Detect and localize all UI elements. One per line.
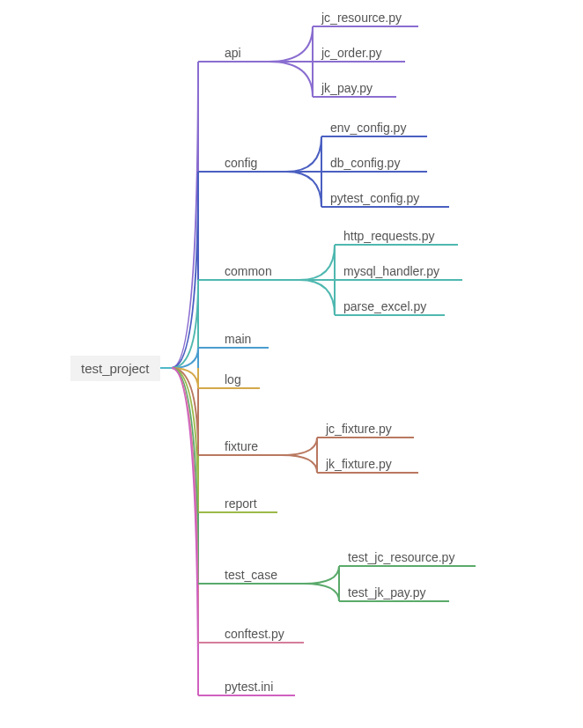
leaf-jc-resource: jc_resource.py <box>321 11 402 25</box>
leaf-jk-fixture: jk_fixture.py <box>326 457 392 471</box>
leaf-parse-excel: parse_excel.py <box>343 299 426 313</box>
leaf-jc-order: jc_order.py <box>321 46 381 60</box>
leaf-test-jc-resource: test_jc_resource.py <box>348 550 454 564</box>
branch-pytestini: pytest.ini <box>225 680 273 694</box>
branch-api: api <box>225 46 241 60</box>
leaf-pytest-config: pytest_config.py <box>330 191 419 205</box>
leaf-mysql-handler: mysql_handler.py <box>343 264 439 278</box>
leaf-env-config: env_config.py <box>330 121 406 135</box>
root-node: test_project <box>70 356 160 381</box>
leaf-http-requests: http_requests.py <box>343 229 435 243</box>
leaf-jk-pay: jk_pay.py <box>321 81 373 95</box>
branch-main: main <box>225 332 251 346</box>
leaf-jc-fixture: jc_fixture.py <box>326 422 392 436</box>
branch-fixture: fixture <box>225 439 258 453</box>
branch-common: common <box>225 264 272 278</box>
branch-conftest: conftest.py <box>225 627 284 641</box>
branch-config: config <box>225 156 257 170</box>
leaf-test-jk-pay: test_jk_pay.py <box>348 585 425 599</box>
leaf-db-config: db_config.py <box>330 156 400 170</box>
branch-test-case: test_case <box>225 568 277 582</box>
branch-log: log <box>225 372 241 386</box>
branch-report: report <box>225 496 257 511</box>
